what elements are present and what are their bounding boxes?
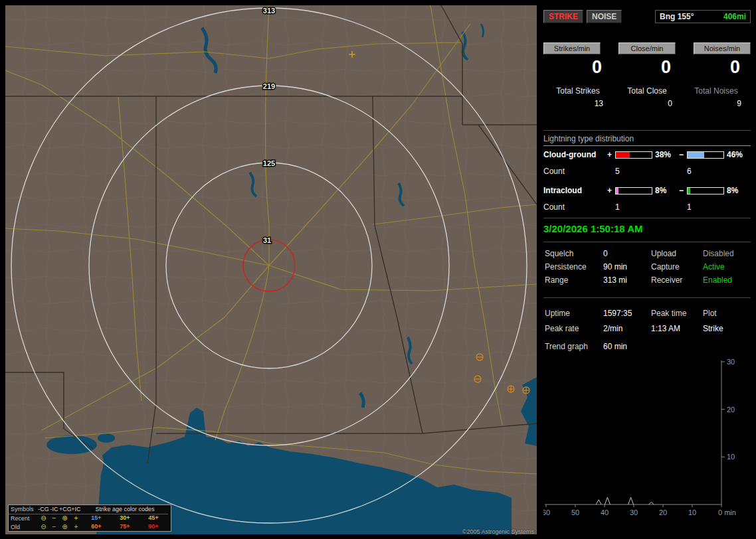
strike-button[interactable]: STRIKE xyxy=(543,10,583,23)
persistence-label: Persistence xyxy=(545,262,603,271)
close-per-min-value: 0 xyxy=(613,57,682,78)
map-area: 313 219 125 31 Symbols -CG -IC +CG +IC S… xyxy=(5,5,537,534)
svg-text:50: 50 xyxy=(571,508,579,516)
copyright-text: ©2005 Astrogenic Systems xyxy=(462,528,534,535)
age-code-60: 60+ xyxy=(82,522,111,531)
uptime-value: 1597:35 xyxy=(603,309,651,318)
age-code-45: 45+ xyxy=(139,514,168,522)
cloud-ground-pos-bar xyxy=(615,151,652,159)
ring-label-second: 219 xyxy=(263,82,275,90)
distribution-title: Lightning type distribution xyxy=(543,134,751,146)
cloud-ground-neg-bar xyxy=(687,151,724,159)
pos-cg-strike-icon xyxy=(508,386,514,392)
pos-cg-recent-icon: ⊕ xyxy=(59,514,70,522)
age-code-90: 90+ xyxy=(139,522,168,531)
legend-age-title: Strike age color codes xyxy=(82,505,168,514)
symbol-legend: Symbols -CG -IC +CG +IC Strike age color… xyxy=(8,504,171,532)
range-value: 313 mi xyxy=(603,275,651,285)
trend-graph-label: Trend graph xyxy=(545,342,603,351)
upload-label: Upload xyxy=(651,249,703,258)
svg-text:10: 10 xyxy=(727,453,735,461)
trend-graph-period: 60 min xyxy=(603,342,651,351)
pos-ic-old-icon: + xyxy=(70,522,82,531)
intracloud-pos-bar xyxy=(615,187,652,194)
legend-col-neg-cg: -CG xyxy=(38,505,49,514)
intracloud-neg-bar xyxy=(687,187,724,194)
legend-recent-label: Recent xyxy=(9,515,38,522)
svg-text:40: 40 xyxy=(601,508,609,516)
squelch-label: Squelch xyxy=(545,249,603,258)
legend-col-pos-cg: +CG xyxy=(59,505,70,514)
upload-status: Disabled xyxy=(703,249,751,258)
legend-symbols-title: Symbols xyxy=(9,505,38,514)
age-code-15: 15+ xyxy=(82,514,111,522)
count-label: Count xyxy=(543,167,607,176)
noise-button[interactable]: NOISE xyxy=(587,10,622,23)
intracloud-neg-pct: 8% xyxy=(724,186,751,195)
age-code-30: 30+ xyxy=(111,514,139,522)
strikes-per-min-value: 0 xyxy=(543,57,613,78)
cloud-ground-neg-count: 6 xyxy=(687,167,724,176)
squelch-value: 0 xyxy=(603,249,651,258)
total-strikes-value: 13 xyxy=(543,99,613,108)
strikes-per-min-button[interactable]: Strikes/min xyxy=(543,42,601,54)
total-noises-value: 9 xyxy=(682,99,751,108)
cloud-ground-label: Cloud-ground xyxy=(543,150,607,159)
neg-ic-recent-icon: − xyxy=(49,514,59,522)
legend-old-label: Old xyxy=(9,524,38,530)
pos-ic-recent-icon: + xyxy=(70,514,82,522)
peak-rate-label: Peak rate xyxy=(545,324,603,333)
intracloud-pos-pct: 8% xyxy=(652,186,679,195)
peak-time-value: 1:13 AM xyxy=(651,324,703,333)
status-panel: STRIKE NOISE Bng 155° 406mi Strikes/min … xyxy=(543,5,751,534)
plot-value: Strike xyxy=(703,324,751,333)
cloud-ground-pos-pct: 38% xyxy=(652,150,679,159)
svg-text:60: 60 xyxy=(543,508,550,516)
intracloud-label: Intracloud xyxy=(543,186,607,195)
intracloud-pos-count: 1 xyxy=(615,202,652,212)
minus-sign: − xyxy=(679,186,687,195)
receiver-label: Receiver xyxy=(651,275,703,285)
uptime-label: Uptime xyxy=(545,309,603,318)
ring-label-third: 125 xyxy=(263,159,275,167)
minus-sign: − xyxy=(679,150,687,159)
trend-graph: 1020306050403020100 min xyxy=(543,357,751,524)
plot-label: Plot xyxy=(703,309,751,318)
age-code-75: 75+ xyxy=(111,522,139,531)
range-label: Range xyxy=(545,275,603,285)
lightning-map[interactable]: 313 219 125 31 xyxy=(5,5,537,534)
receiver-status: Enabled xyxy=(703,275,751,285)
bearing-distance: 406mi xyxy=(723,12,746,21)
bearing-label: Bng 155° xyxy=(660,12,694,21)
svg-text:30: 30 xyxy=(630,508,638,516)
count-label: Count xyxy=(543,202,607,212)
cloud-ground-neg-pct: 46% xyxy=(724,150,751,159)
persistence-value: 90 min xyxy=(603,262,651,271)
ring-label-inner: 31 xyxy=(263,236,271,244)
svg-text:0 min: 0 min xyxy=(718,508,736,516)
close-per-min-button[interactable]: Close/min xyxy=(618,42,676,54)
total-noises-label: Total Noises xyxy=(694,86,737,96)
svg-text:20: 20 xyxy=(659,508,667,516)
svg-text:10: 10 xyxy=(688,508,696,516)
neg-cg-old-icon: ⊖ xyxy=(38,522,49,531)
current-datetime: 3/20/2026 1:50:18 AM xyxy=(543,223,751,234)
plus-sign: + xyxy=(607,186,615,195)
peak-rate-value: 2/min xyxy=(603,324,651,333)
plus-sign: + xyxy=(607,150,615,159)
total-strikes-label: Total Strikes xyxy=(556,86,599,96)
neg-cg-recent-icon: ⊖ xyxy=(38,514,49,522)
intracloud-neg-count: 1 xyxy=(687,202,724,212)
bearing-readout: Bng 155° 406mi xyxy=(655,10,751,23)
total-close-value: 0 xyxy=(613,99,682,108)
noises-per-min-value: 0 xyxy=(682,57,751,78)
ring-label-outer: 313 xyxy=(263,7,275,15)
capture-label: Capture xyxy=(651,262,703,271)
neg-ic-old-icon: − xyxy=(49,522,59,531)
pos-cg-old-icon: ⊕ xyxy=(59,522,70,531)
cloud-ground-pos-count: 5 xyxy=(615,167,652,176)
noises-per-min-button[interactable]: Noises/min xyxy=(694,42,751,54)
svg-text:30: 30 xyxy=(727,358,735,366)
total-close-label: Total Close xyxy=(627,86,666,96)
legend-col-pos-ic: +IC xyxy=(70,505,82,514)
